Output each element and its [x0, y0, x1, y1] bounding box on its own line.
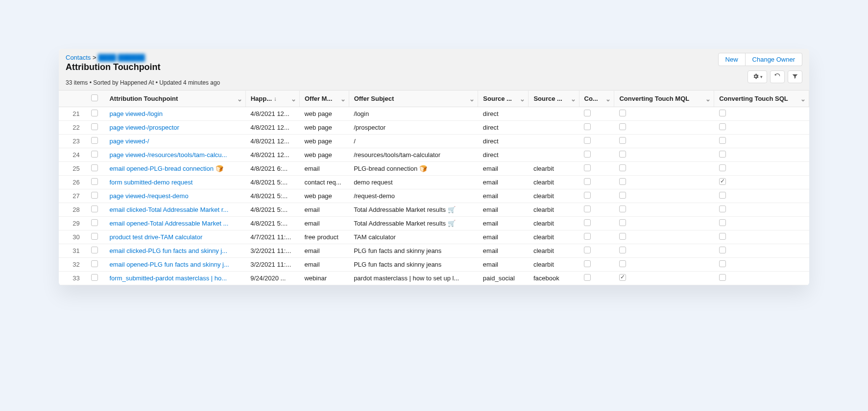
breadcrumb-root[interactable]: Contacts [66, 54, 91, 61]
co-checkbox[interactable] [584, 110, 591, 116]
touchpoint-link[interactable]: email clicked-PLG fun facts and skinny j… [109, 247, 227, 254]
co-checkbox[interactable] [584, 151, 591, 158]
row-select[interactable] [85, 230, 105, 244]
col-attribution[interactable]: Attribution Touchpoint⌄ [104, 91, 245, 107]
cell-co[interactable] [579, 121, 614, 135]
select-all-header[interactable] [85, 91, 105, 107]
cell-co[interactable] [579, 258, 614, 272]
sql-checkbox[interactable] [719, 123, 726, 130]
new-button[interactable]: New [718, 53, 746, 66]
col-offer-medium[interactable]: Offer M...⌄ [299, 91, 349, 107]
cell-co[interactable] [579, 217, 614, 230]
co-checkbox[interactable] [584, 219, 591, 226]
refresh-button[interactable] [770, 70, 785, 83]
change-owner-button[interactable]: Change Owner [746, 53, 802, 66]
cell-mql[interactable] [614, 230, 714, 244]
cell-sql[interactable] [714, 217, 809, 230]
row-select[interactable] [85, 176, 105, 189]
cell-mql[interactable] [614, 217, 714, 230]
row-checkbox[interactable] [91, 274, 98, 281]
col-happened-at[interactable]: Happ... ↓⌄ [245, 91, 299, 107]
chevron-down-icon[interactable]: ⌄ [469, 95, 475, 102]
row-select[interactable] [85, 272, 105, 285]
co-checkbox[interactable] [584, 164, 591, 171]
cell-co[interactable] [579, 203, 614, 217]
cell-sql[interactable] [714, 189, 809, 203]
sql-checkbox[interactable] [719, 219, 726, 226]
cell-mql[interactable] [614, 176, 714, 189]
row-checkbox[interactable] [91, 164, 98, 171]
row-select[interactable] [85, 203, 105, 217]
chevron-down-icon[interactable]: ⌄ [705, 95, 711, 102]
cell-mql[interactable] [614, 203, 714, 217]
row-checkbox[interactable] [91, 192, 98, 199]
breadcrumb-contact-name[interactable]: ████ ██████ [98, 54, 145, 61]
cell-co[interactable] [579, 176, 614, 189]
cell-sql[interactable] [714, 203, 809, 217]
cell-mql[interactable] [614, 135, 714, 148]
cell-co[interactable] [579, 230, 614, 244]
mql-checkbox[interactable] [619, 164, 626, 171]
cell-sql[interactable] [714, 107, 809, 121]
cell-co[interactable] [579, 162, 614, 176]
col-source-2[interactable]: Source ...⌄ [529, 91, 579, 107]
touchpoint-link[interactable]: form submitted-demo request [109, 179, 193, 186]
cell-co[interactable] [579, 189, 614, 203]
row-checkbox[interactable] [91, 260, 98, 267]
touchpoint-link[interactable]: page viewed-/ [109, 137, 149, 145]
cell-co[interactable] [579, 148, 614, 162]
row-select[interactable] [85, 258, 105, 272]
row-select[interactable] [85, 135, 105, 148]
cell-sql[interactable] [714, 148, 809, 162]
co-checkbox[interactable] [584, 260, 591, 267]
cell-co[interactable] [579, 107, 614, 121]
co-checkbox[interactable] [584, 178, 591, 185]
mql-checkbox[interactable] [619, 151, 626, 158]
mql-checkbox[interactable] [619, 274, 626, 281]
cell-mql[interactable] [614, 107, 714, 121]
row-checkbox[interactable] [91, 137, 98, 144]
cell-mql[interactable] [614, 162, 714, 176]
mql-checkbox[interactable] [619, 206, 626, 212]
row-checkbox[interactable] [91, 206, 98, 212]
cell-sql[interactable] [714, 162, 809, 176]
row-select[interactable] [85, 107, 105, 121]
touchpoint-link[interactable]: page viewed-/login [109, 110, 162, 117]
chevron-down-icon[interactable]: ⌄ [571, 95, 576, 102]
row-select[interactable] [85, 244, 105, 258]
mql-checkbox[interactable] [619, 137, 626, 144]
col-mql[interactable]: Converting Touch MQL⌄ [614, 91, 714, 107]
mql-checkbox[interactable] [619, 233, 626, 240]
cell-sql[interactable] [714, 121, 809, 135]
touchpoint-link[interactable]: form_submitted-pardot masterclass | ho..… [109, 274, 227, 282]
co-checkbox[interactable] [584, 206, 591, 212]
sql-checkbox[interactable] [719, 247, 726, 253]
sql-checkbox[interactable] [719, 274, 726, 281]
row-select[interactable] [85, 148, 105, 162]
mql-checkbox[interactable] [619, 247, 626, 253]
sql-checkbox[interactable] [719, 192, 726, 199]
co-checkbox[interactable] [584, 247, 591, 253]
sql-checkbox[interactable] [719, 260, 726, 267]
row-checkbox[interactable] [91, 178, 98, 185]
cell-co[interactable] [579, 135, 614, 148]
chevron-down-icon[interactable]: ⌄ [800, 95, 806, 102]
touchpoint-link[interactable]: email opened-PLG-bread connection 🍞 [109, 165, 223, 172]
cell-sql[interactable] [714, 258, 809, 272]
co-checkbox[interactable] [584, 123, 591, 130]
cell-sql[interactable] [714, 230, 809, 244]
mql-checkbox[interactable] [619, 192, 626, 199]
filter-button[interactable] [788, 70, 802, 83]
row-checkbox[interactable] [91, 219, 98, 226]
co-checkbox[interactable] [584, 233, 591, 240]
col-sql[interactable]: Converting Touch SQL⌄ [714, 91, 809, 107]
cell-mql[interactable] [614, 121, 714, 135]
touchpoint-link[interactable]: email opened-Total Addressable Market ..… [109, 220, 228, 227]
col-source-1[interactable]: Source ...⌄ [478, 91, 529, 107]
chevron-down-icon[interactable]: ⌄ [340, 95, 346, 102]
chevron-down-icon[interactable]: ⌄ [291, 95, 296, 102]
touchpoint-link[interactable]: email opened-PLG fun facts and skinny j.… [109, 261, 229, 268]
row-checkbox[interactable] [91, 110, 98, 116]
cell-mql[interactable] [614, 272, 714, 285]
select-all-checkbox[interactable] [91, 94, 98, 101]
